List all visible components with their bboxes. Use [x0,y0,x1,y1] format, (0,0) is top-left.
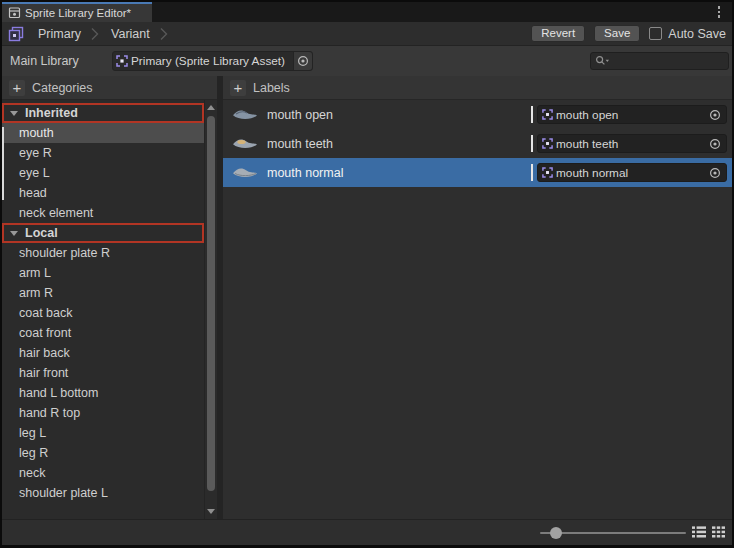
chevron-right-icon [91,27,99,41]
object-picker-icon[interactable] [706,135,724,152]
window-menu-icon[interactable] [714,5,724,19]
category-item-label: hand R top [19,406,80,420]
category-item-label: arm R [19,286,53,300]
mouth-teeth-sprite-thumbnail [232,137,258,150]
category-item[interactable]: eye R [2,143,204,163]
sprite-library-icon [8,6,21,19]
list-view-icon[interactable] [692,526,706,538]
label-row[interactable]: mouth normalmouth normal [223,158,732,187]
label-field-group: mouth normal [531,158,727,187]
add-label-button[interactable]: + [230,80,246,96]
labels-header: + Labels [223,76,732,100]
titlebar: Sprite Library Editor* [2,2,732,22]
add-category-button[interactable]: + [9,80,25,96]
category-item-label: head [19,186,47,200]
tab-sprite-library-editor[interactable]: Sprite Library Editor* [2,2,152,22]
breadcrumb-item-primary[interactable]: Primary [32,22,105,45]
search-icon [595,55,610,67]
label-row[interactable]: mouth teethmouth teeth [223,129,732,158]
scroll-indicator [2,127,4,200]
drag-handle[interactable] [531,106,533,123]
sprite-field-value: mouth normal [556,166,706,180]
thumbnail-size-slider[interactable] [540,520,686,545]
auto-save-label: Auto Save [668,27,726,41]
breadcrumb-label: Variant [105,27,160,41]
categories-list: Inheritedmoutheye Reye Lheadneck element… [2,100,217,519]
slider-knob[interactable] [550,527,562,539]
label-row[interactable]: mouth openmouth open [223,100,732,129]
category-group-inherited[interactable]: Inherited [2,103,204,123]
sprite-library-editor-window: Sprite Library Editor* PrimaryVariant Re… [2,2,732,545]
category-item[interactable]: shoulder plate R [2,243,204,263]
sprite-icon [542,167,553,178]
category-item[interactable]: leg R [2,443,204,463]
footer-bar [2,519,732,545]
label-name: mouth teeth [267,137,333,151]
drag-handle[interactable] [531,135,533,152]
sprite-object-field[interactable]: mouth normal [537,163,727,182]
drag-handle[interactable] [531,164,533,181]
object-picker-icon[interactable] [706,106,724,123]
categories-scrollbar[interactable] [204,100,217,519]
category-item[interactable]: hand R top [2,403,204,423]
category-item[interactable]: mouth [2,123,204,143]
categories-panel: + Categories Inheritedmoutheye Reye Lhea… [2,76,217,519]
category-item[interactable]: neck element [2,203,204,223]
category-item[interactable]: arm R [2,283,204,303]
category-item-label: hand L bottom [19,386,98,400]
category-item-label: shoulder plate L [19,486,108,500]
category-item-label: eye L [19,166,50,180]
category-item-label: neck [19,466,45,480]
auto-save-checkbox[interactable] [649,27,662,40]
category-item[interactable]: hair back [2,343,204,363]
category-item[interactable]: eye L [2,163,204,183]
object-picker-icon[interactable] [706,164,724,181]
category-item[interactable]: head [2,183,204,203]
sprite-library-variant-icon [8,26,24,42]
breadcrumb-toolbar: PrimaryVariant Revert Save Auto Save [2,22,732,46]
category-group-local[interactable]: Local [2,223,204,243]
category-item-label: hair front [19,366,68,380]
categories-header: + Categories [2,76,217,100]
category-item-label: shoulder plate R [19,246,110,260]
object-picker-icon[interactable] [293,52,312,70]
sprite-library-asset-icon [116,55,128,67]
breadcrumb-label: Primary [32,27,91,41]
chevron-right-icon [160,27,168,41]
scroll-up-icon[interactable] [205,105,217,110]
grid-view-icon[interactable] [712,526,725,538]
save-button[interactable]: Save [594,25,640,42]
label-name: mouth open [267,108,333,122]
category-item[interactable]: shoulder plate L [2,483,204,503]
category-item[interactable]: hair front [2,363,204,383]
scrollbar-thumb[interactable] [207,116,215,491]
scroll-down-icon[interactable] [205,509,217,514]
sprite-icon [542,138,553,149]
category-item[interactable]: coat back [2,303,204,323]
sprite-object-field[interactable]: mouth teeth [537,134,727,153]
category-group-label: Inherited [25,106,78,120]
main-library-object-field[interactable]: Primary (Sprite Library Asset) [112,51,313,71]
breadcrumb: PrimaryVariant [32,22,174,45]
main-library-label: Main Library [10,54,79,68]
sprite-field-value: mouth open [556,108,706,122]
category-item[interactable]: hand L bottom [2,383,204,403]
category-item[interactable]: leg L [2,423,204,443]
category-item-label: arm L [19,266,51,280]
main-library-row: Main Library Primary (Sprite Library Ass… [2,46,732,76]
category-item[interactable]: arm L [2,263,204,283]
category-item[interactable]: neck [2,463,204,483]
foldout-arrow-icon[interactable] [10,111,18,116]
foldout-arrow-icon[interactable] [10,231,18,236]
label-field-group: mouth open [531,100,727,129]
category-item[interactable]: coat front [2,323,204,343]
category-item-label: neck element [19,206,93,220]
category-item-label: coat front [19,326,71,340]
category-item-label: eye R [19,146,52,160]
breadcrumb-item-variant[interactable]: Variant [105,22,174,45]
sprite-object-field[interactable]: mouth open [537,105,727,124]
search-input[interactable] [590,52,729,70]
revert-button[interactable]: Revert [531,25,585,42]
editor-panels: + Categories Inheritedmoutheye Reye Lhea… [2,76,732,519]
category-group-label: Local [25,226,58,240]
